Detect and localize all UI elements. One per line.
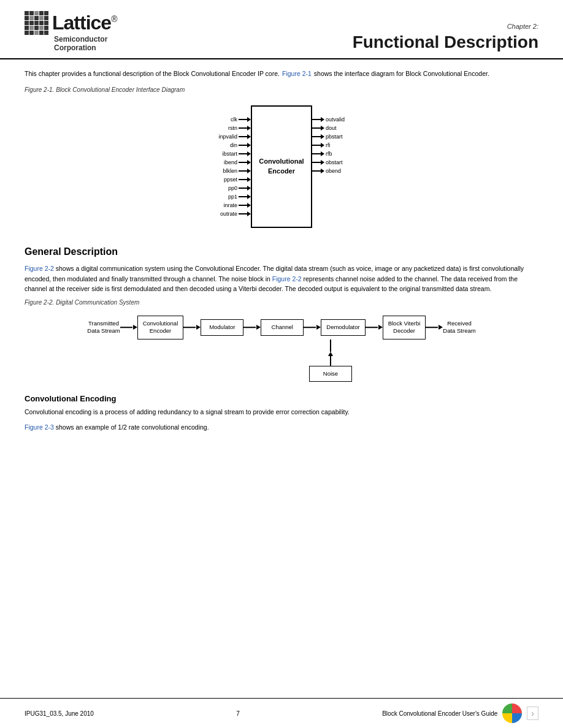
chapter-label: Chapter 2: xyxy=(507,23,538,30)
encoder-diagram: clk rstn inpvalid din xyxy=(25,105,538,228)
comm-box-demodulator: Demodulator xyxy=(321,319,365,335)
arrow-rstn xyxy=(239,126,251,131)
signal-row-blklen: blklen xyxy=(214,168,251,174)
signal-row-dout: dout xyxy=(312,125,349,131)
signal-label-ibend: ibend xyxy=(214,159,237,165)
arrow-ibend xyxy=(239,160,251,165)
noise-branch: Noise xyxy=(309,339,352,382)
footer-logo-icon xyxy=(502,703,522,723)
figure2-caption: Figure 2-2. Digital Communication System xyxy=(25,299,538,306)
signal-row-rfb: rfb xyxy=(312,151,349,157)
signal-row-pp1: pp1 xyxy=(214,194,251,200)
figure1-caption: Figure 2-1. Block Convolutional Encoder … xyxy=(25,86,538,93)
signal-row-outrate: outrate xyxy=(214,211,251,217)
arrow-outrate xyxy=(239,211,251,216)
arrow-rfi xyxy=(312,143,324,148)
intro-text2: shows the interface diagram for Block Co… xyxy=(314,69,489,79)
signal-row-ibstart: ibstart xyxy=(214,151,251,157)
arrow-clk xyxy=(239,117,251,122)
signal-row-inpvalid: inpvalid xyxy=(214,134,251,140)
figure2-3-link[interactable]: Figure 2-3 xyxy=(25,423,54,431)
general-description-heading: General Description xyxy=(25,246,538,257)
signal-label-ppset: ppset xyxy=(214,176,237,183)
signal-row-pp0: pp0 xyxy=(214,185,251,191)
figure2-2-link1[interactable]: Figure 2-2 xyxy=(25,265,54,272)
signal-label-obstart: obstart xyxy=(326,159,349,165)
comm-box-channel: Channel xyxy=(261,319,304,335)
logo: Lattice® xyxy=(25,11,147,35)
signal-row-obstart: obstart xyxy=(312,159,349,165)
logo-grid-icon xyxy=(25,11,48,35)
signal-row-din: din xyxy=(214,142,251,148)
signal-label-pp0: pp0 xyxy=(214,185,237,191)
arrow-obstart xyxy=(312,160,324,165)
arrow-inpvalid xyxy=(239,134,251,139)
arrow-pp0 xyxy=(239,186,251,191)
comm-box-viterbi: Block ViterbiDecoder xyxy=(383,316,426,339)
footer-right-text: Block Convolutional Encoder User's Guide xyxy=(382,710,497,717)
noise-vert-line-top xyxy=(330,339,331,352)
arrow-inrate xyxy=(239,203,251,208)
conv-encoding-text2-span: shows an example of 1/2 rate convolution… xyxy=(56,423,209,431)
footer-nav-arrow[interactable]: › xyxy=(527,707,538,720)
encoder-label: ConvolutionalEncoder xyxy=(259,157,304,176)
arrow-dout xyxy=(312,126,324,131)
general-description-text: Figure 2-2 shows a digital communication… xyxy=(25,264,538,294)
intro-paragraph: This chapter provides a functional descr… xyxy=(25,69,538,79)
conv-encoding-text1: Convolutional encoding is a process of a… xyxy=(25,407,538,417)
logo-area: Lattice® SemiconductorCorporation xyxy=(25,11,147,52)
noise-vert-line-mid xyxy=(330,356,331,366)
footer-left: IPUG31_03.5, June 2010 xyxy=(25,710,94,717)
signal-row-outvalid: outvalid xyxy=(312,116,349,123)
signal-row-rstn: rstn xyxy=(214,125,251,131)
signal-label-din: din xyxy=(214,142,237,148)
comm-box-noise: Noise xyxy=(309,366,352,382)
comm-label-received: ReceivedData Stream xyxy=(443,320,475,335)
footer-center: 7 xyxy=(236,710,240,717)
signal-row-pbstart: pbstart xyxy=(312,134,349,140)
arrow-pbstart xyxy=(312,134,324,139)
comm-arrow-4 xyxy=(304,324,321,330)
page-header: Lattice® SemiconductorCorporation Chapte… xyxy=(0,0,563,59)
comm-box-encoder: ConvolutionalEncoder xyxy=(137,316,184,339)
signal-label-outrate: outrate xyxy=(214,211,237,217)
comm-arrow-1 xyxy=(120,324,137,330)
signal-outputs: outvalid dout pbstart rfi xyxy=(312,116,349,174)
signal-label-rfb: rfb xyxy=(326,151,349,157)
logo-text: Lattice® xyxy=(52,12,117,34)
comm-arrow-2 xyxy=(183,324,201,330)
noise-arrow-up xyxy=(328,352,333,356)
signal-row-inrate: inrate xyxy=(214,202,251,208)
arrow-pp1 xyxy=(239,194,251,199)
arrow-rfb xyxy=(312,151,324,156)
comm-diagram: TransmittedData Stream ConvolutionalEnco… xyxy=(25,316,538,382)
signal-label-obend: obend xyxy=(326,168,349,174)
comm-label-transmitted: TransmittedData Stream xyxy=(87,320,120,335)
signal-label-clk: clk xyxy=(214,116,237,123)
signal-inputs: clk rstn inpvalid din xyxy=(214,116,251,217)
main-content: This chapter provides a functional descr… xyxy=(0,59,563,447)
signal-label-blklen: blklen xyxy=(214,168,237,174)
arrow-ibstart xyxy=(239,151,251,156)
comm-arrow-5 xyxy=(366,324,383,330)
conv-encoding-text2: Figure 2-3 shows an example of 1/2 rate … xyxy=(25,422,538,433)
signal-label-outvalid: outvalid xyxy=(326,116,349,123)
page-footer: IPUG31_03.5, June 2010 7 Block Convoluti… xyxy=(0,698,563,728)
comm-main-row: TransmittedData Stream ConvolutionalEnco… xyxy=(87,316,475,339)
arrow-din xyxy=(239,143,251,148)
header-right: Chapter 2: Functional Description xyxy=(159,23,538,52)
arrow-outvalid xyxy=(312,117,324,122)
signal-row-rfi: rfi xyxy=(312,142,349,148)
comm-arrow-3 xyxy=(243,324,261,330)
conv-encoding-heading: Convolutional Encoding xyxy=(25,394,538,403)
figure2-2-link2[interactable]: Figure 2-2 xyxy=(272,275,302,282)
signal-row-obend: obend xyxy=(312,168,349,174)
figure2-1-link[interactable]: Figure 2-1 xyxy=(282,69,312,79)
logo-subtitle: SemiconductorCorporation xyxy=(54,35,147,52)
comm-arrow-6 xyxy=(426,324,443,330)
arrow-obend xyxy=(312,169,324,173)
signal-label-inrate: inrate xyxy=(214,202,237,208)
signal-label-inpvalid: inpvalid xyxy=(214,134,237,140)
logo-registered: ® xyxy=(111,14,117,24)
signal-label-ibstart: ibstart xyxy=(214,151,237,157)
